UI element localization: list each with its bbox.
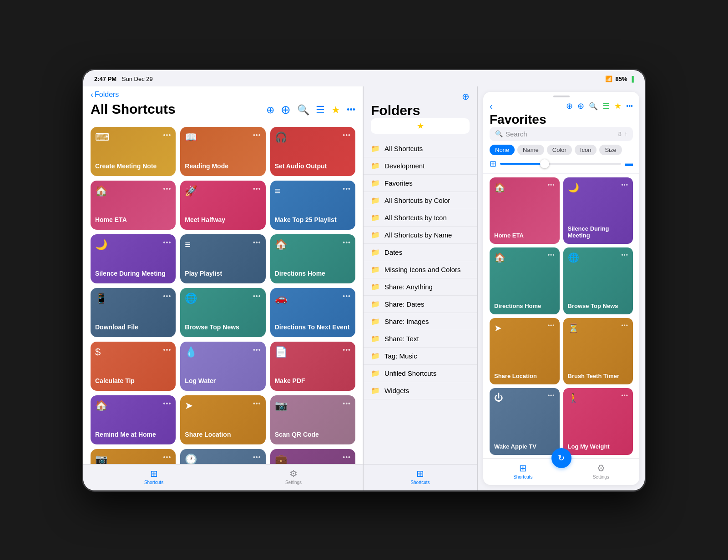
folder-item-11[interactable]: 📁 Share: Text bbox=[364, 330, 477, 348]
shortcut-card-7[interactable]: ≡ ••• Play Playlist bbox=[180, 234, 265, 283]
shortcut-menu-10[interactable]: ••• bbox=[253, 293, 261, 300]
shortcut-card-1[interactable]: 📖 ••• Reading Mode bbox=[180, 127, 265, 176]
shortcut-menu-7[interactable]: ••• bbox=[253, 239, 261, 246]
right-tab-shortcuts[interactable]: ⊞ Shortcuts bbox=[513, 463, 532, 479]
shortcut-menu-0[interactable]: ••• bbox=[163, 131, 172, 139]
folder-item-5[interactable]: 📁 All Shortcuts by Name bbox=[364, 227, 477, 244]
shortcut-card-19[interactable]: 🕐 ••• When Do I Need To Leave By? bbox=[180, 449, 265, 464]
shortcut-card-2[interactable]: 🎧 ••• Set Audio Output bbox=[270, 127, 355, 176]
shortcut-card-16[interactable]: ➤ ••• Share Location bbox=[180, 395, 265, 444]
shortcut-card-12[interactable]: $ ••• Calculate Tip bbox=[91, 342, 176, 391]
shortcut-menu-5[interactable]: ••• bbox=[343, 185, 351, 192]
shortcut-menu-3[interactable]: ••• bbox=[163, 185, 172, 192]
grid-view-icon[interactable]: ⊞ bbox=[490, 159, 496, 169]
shortcut-card-0[interactable]: ⌨ ••• Create Meeting Note bbox=[91, 127, 176, 176]
folder-item-12[interactable]: 📁 Tag: Music bbox=[364, 348, 477, 365]
right-back-btn[interactable]: ‹ bbox=[490, 101, 493, 111]
shortcut-menu-14[interactable]: ••• bbox=[343, 346, 351, 353]
shortcut-card-11[interactable]: 🚗 ••• Directions To Next Event bbox=[270, 288, 355, 337]
shortcut-card-13[interactable]: 💧 ••• Log Water bbox=[180, 342, 265, 391]
fav-card-6[interactable]: ⏻ ••• Wake Apple TV bbox=[490, 388, 560, 455]
shortcut-menu-9[interactable]: ••• bbox=[163, 293, 172, 300]
shortcut-menu-16[interactable]: ••• bbox=[253, 400, 261, 407]
rt-search-icon[interactable]: 🔍 bbox=[589, 102, 598, 111]
shortcut-card-3[interactable]: 🏠 ••• Home ETA bbox=[91, 181, 176, 230]
fav-menu-5[interactable]: ••• bbox=[621, 323, 628, 333]
rt-layers-icon[interactable]: ⊕ bbox=[566, 101, 573, 111]
shortcut-menu-4[interactable]: ••• bbox=[253, 185, 261, 192]
rt-star-icon[interactable]: ★ bbox=[614, 101, 622, 111]
fav-card-0[interactable]: 🏠 ••• Home ETA bbox=[490, 177, 560, 244]
fav-menu-2[interactable]: ••• bbox=[548, 252, 555, 263]
folder-item-1[interactable]: 📁 Development bbox=[364, 157, 477, 175]
folder-item-4[interactable]: 📁 All Shortcuts by Icon bbox=[364, 209, 477, 227]
folder-item-8[interactable]: 📁 Share: Anything bbox=[364, 278, 477, 296]
filter-icon[interactable]: Icon bbox=[575, 145, 597, 155]
add-icon[interactable]: ⊕ bbox=[281, 103, 291, 117]
filter-size[interactable]: Size bbox=[599, 145, 622, 155]
shortcut-card-17[interactable]: 📷 ••• Scan QR Code bbox=[270, 395, 355, 444]
shortcut-menu-1[interactable]: ••• bbox=[253, 131, 261, 139]
fav-card-4[interactable]: ➤ ••• Share Location bbox=[490, 318, 560, 385]
filter-none[interactable]: None bbox=[490, 145, 515, 155]
fav-card-1[interactable]: 🌙 ••• Silence During Meeting bbox=[563, 177, 633, 244]
back-to-folders-link[interactable]: ‹ Folders bbox=[91, 90, 355, 100]
filter-name[interactable]: Name bbox=[517, 145, 544, 155]
filter-icon[interactable]: ☰ bbox=[316, 104, 325, 116]
fav-menu-7[interactable]: ••• bbox=[621, 393, 628, 404]
fav-menu-0[interactable]: ••• bbox=[548, 182, 555, 193]
folder-item-7[interactable]: 📁 Missing Icons and Colors bbox=[364, 261, 477, 278]
rt-add-icon[interactable]: ⊕ bbox=[577, 101, 584, 111]
more-icon[interactable]: ••• bbox=[347, 105, 355, 115]
shortcut-menu-15[interactable]: ••• bbox=[163, 400, 172, 407]
shortcut-card-9[interactable]: 📱 ••• Download File bbox=[91, 288, 176, 337]
fav-card-7[interactable]: 🚶 ••• Log My Weight bbox=[563, 388, 633, 455]
shortcut-card-4[interactable]: 🚀 ••• Meet Halfway bbox=[180, 181, 265, 230]
shortcut-menu-8[interactable]: ••• bbox=[343, 239, 351, 246]
middle-tab-shortcuts[interactable]: ⊞ Shortcuts bbox=[410, 468, 430, 485]
shortcut-menu-12[interactable]: ••• bbox=[163, 346, 172, 353]
filter-color[interactable]: Color bbox=[547, 145, 572, 155]
search-icon[interactable]: 🔍 bbox=[297, 104, 309, 116]
folder-item-10[interactable]: 📁 Share: Images bbox=[364, 313, 477, 330]
folder-item-9[interactable]: 📁 Share: Dates bbox=[364, 296, 477, 313]
fav-card-5[interactable]: ⏳ ••• Brush Teeth Timer bbox=[563, 318, 633, 385]
shortcut-menu-20[interactable]: ••• bbox=[343, 454, 351, 461]
folder-item-2[interactable]: 📁 Favorites bbox=[364, 175, 477, 192]
shortcut-menu-2[interactable]: ••• bbox=[343, 131, 351, 139]
folder-item-14[interactable]: 📁 Widgets bbox=[364, 382, 477, 399]
star-icon[interactable]: ★ bbox=[331, 104, 340, 116]
shortcut-card-14[interactable]: 📄 ••• Make PDF bbox=[270, 342, 355, 391]
layers-icon[interactable]: ⊕ bbox=[266, 104, 274, 116]
shortcut-card-8[interactable]: 🏠 ••• Directions Home bbox=[270, 234, 355, 283]
shortcut-card-10[interactable]: 🌐 ••• Browse Top News bbox=[180, 288, 265, 337]
fav-menu-1[interactable]: ••• bbox=[621, 182, 628, 193]
shortcut-menu-6[interactable]: ••• bbox=[163, 239, 172, 246]
tab-shortcuts[interactable]: ⊞ Shortcuts bbox=[144, 468, 163, 485]
shortcut-menu-11[interactable]: ••• bbox=[343, 293, 351, 300]
middle-layers-icon[interactable]: ⊕ bbox=[462, 91, 470, 102]
folder-item-3[interactable]: 📁 All Shortcuts by Color bbox=[364, 192, 477, 209]
fav-menu-6[interactable]: ••• bbox=[548, 393, 555, 403]
size-slider[interactable] bbox=[500, 163, 621, 165]
right-tab-settings[interactable]: ⚙ Settings bbox=[593, 463, 609, 479]
folder-item-0[interactable]: 📁 All Shortcuts bbox=[364, 140, 477, 157]
rt-filter-icon[interactable]: ☰ bbox=[602, 101, 610, 111]
shortcut-menu-19[interactable]: ••• bbox=[253, 454, 261, 461]
shortcut-card-20[interactable]: 💼 ••• Remind Me at Work bbox=[270, 449, 355, 464]
shortcut-card-18[interactable]: 📷 ••• Where Was This Taken? bbox=[91, 449, 176, 464]
shortcut-card-15[interactable]: 🏠 ••• Remind Me at Home bbox=[91, 395, 176, 444]
shortcut-card-5[interactable]: ≡ ••• Make Top 25 Playlist bbox=[270, 181, 355, 230]
rt-more-icon[interactable]: ••• bbox=[626, 102, 633, 110]
fav-card-3[interactable]: 🌐 ••• Browse Top News bbox=[563, 247, 633, 314]
shortcut-menu-17[interactable]: ••• bbox=[343, 400, 351, 407]
fav-menu-3[interactable]: ••• bbox=[621, 252, 628, 263]
shortcut-card-6[interactable]: 🌙 ••• Silence During Meeting bbox=[91, 234, 176, 283]
list-view-icon[interactable]: ▬ bbox=[625, 159, 633, 168]
fav-menu-4[interactable]: ••• bbox=[548, 323, 555, 333]
shortcut-menu-13[interactable]: ••• bbox=[253, 346, 261, 353]
shortcut-menu-18[interactable]: ••• bbox=[163, 454, 172, 461]
refresh-fab[interactable]: ↻ bbox=[551, 448, 571, 468]
tab-settings[interactable]: ⚙ Settings bbox=[285, 468, 302, 485]
folder-item-13[interactable]: 📁 Unfiled Shortcuts bbox=[364, 365, 477, 382]
